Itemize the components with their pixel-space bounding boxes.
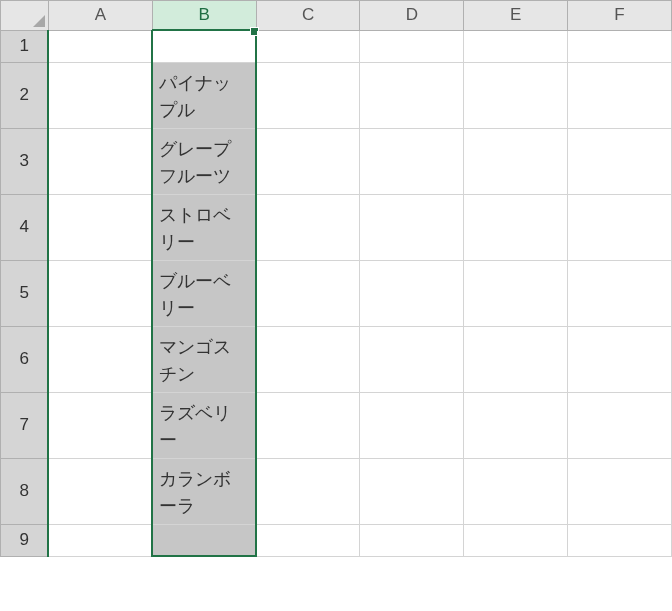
cell-F5[interactable] (568, 260, 672, 326)
row-9: 9 (1, 524, 672, 556)
row-5: 5 ブルーベリー (1, 260, 672, 326)
cell-E2[interactable] (464, 62, 568, 128)
cell-B2[interactable]: パイナップル (152, 62, 256, 128)
spreadsheet-grid[interactable]: A B C D E F 1 2 パイナップル 3 グレープフルーツ 4 ストロ (0, 0, 672, 557)
row-4: 4 ストロベリー (1, 194, 672, 260)
cell-A5[interactable] (48, 260, 152, 326)
cell-F7[interactable] (568, 392, 672, 458)
cell-B7[interactable]: ラズベリー (152, 392, 256, 458)
cell-E1[interactable] (464, 30, 568, 62)
cell-F3[interactable] (568, 128, 672, 194)
cell-A6[interactable] (48, 326, 152, 392)
cell-D2[interactable] (360, 62, 464, 128)
cell-F2[interactable] (568, 62, 672, 128)
select-all-corner[interactable] (1, 1, 49, 31)
cell-C1[interactable] (256, 30, 360, 62)
cell-D3[interactable] (360, 128, 464, 194)
cell-A3[interactable] (48, 128, 152, 194)
cell-E4[interactable] (464, 194, 568, 260)
cell-B5[interactable]: ブルーベリー (152, 260, 256, 326)
cell-A8[interactable] (48, 458, 152, 524)
cell-C8[interactable] (256, 458, 360, 524)
cell-C6[interactable] (256, 326, 360, 392)
cell-B9[interactable] (152, 524, 256, 556)
row-header-2[interactable]: 2 (1, 62, 49, 128)
cell-F4[interactable] (568, 194, 672, 260)
cell-D1[interactable] (360, 30, 464, 62)
cell-D7[interactable] (360, 392, 464, 458)
cell-E5[interactable] (464, 260, 568, 326)
cell-B3[interactable]: グレープフルーツ (152, 128, 256, 194)
cell-F8[interactable] (568, 458, 672, 524)
cell-B4[interactable]: ストロベリー (152, 194, 256, 260)
cell-A7[interactable] (48, 392, 152, 458)
cell-C5[interactable] (256, 260, 360, 326)
row-header-8[interactable]: 8 (1, 458, 49, 524)
row-8: 8 カランボーラ (1, 458, 672, 524)
cell-E3[interactable] (464, 128, 568, 194)
row-header-6[interactable]: 6 (1, 326, 49, 392)
cell-D4[interactable] (360, 194, 464, 260)
row-header-9[interactable]: 9 (1, 524, 49, 556)
row-header-1[interactable]: 1 (1, 30, 49, 62)
row-7: 7 ラズベリー (1, 392, 672, 458)
row-header-4[interactable]: 4 (1, 194, 49, 260)
cell-A2[interactable] (48, 62, 152, 128)
column-header-row: A B C D E F (1, 1, 672, 31)
row-header-5[interactable]: 5 (1, 260, 49, 326)
cell-A1[interactable] (48, 30, 152, 62)
cell-F1[interactable] (568, 30, 672, 62)
cell-C3[interactable] (256, 128, 360, 194)
cell-D8[interactable] (360, 458, 464, 524)
row-header-3[interactable]: 3 (1, 128, 49, 194)
row-3: 3 グレープフルーツ (1, 128, 672, 194)
row-header-7[interactable]: 7 (1, 392, 49, 458)
row-1: 1 (1, 30, 672, 62)
cell-C9[interactable] (256, 524, 360, 556)
cell-F9[interactable] (568, 524, 672, 556)
col-header-A[interactable]: A (48, 1, 152, 31)
cell-F6[interactable] (568, 326, 672, 392)
cell-E8[interactable] (464, 458, 568, 524)
col-header-E[interactable]: E (464, 1, 568, 31)
cell-D9[interactable] (360, 524, 464, 556)
cell-C4[interactable] (256, 194, 360, 260)
cell-E9[interactable] (464, 524, 568, 556)
cell-D6[interactable] (360, 326, 464, 392)
cell-E7[interactable] (464, 392, 568, 458)
col-header-B[interactable]: B (152, 1, 256, 31)
col-header-C[interactable]: C (256, 1, 360, 31)
col-header-D[interactable]: D (360, 1, 464, 31)
row-2: 2 パイナップル (1, 62, 672, 128)
cell-A9[interactable] (48, 524, 152, 556)
cell-B1[interactable] (152, 30, 256, 62)
cell-C2[interactable] (256, 62, 360, 128)
cell-D5[interactable] (360, 260, 464, 326)
row-6: 6 マンゴスチン (1, 326, 672, 392)
cell-B8[interactable]: カランボーラ (152, 458, 256, 524)
cell-E6[interactable] (464, 326, 568, 392)
cell-B6[interactable]: マンゴスチン (152, 326, 256, 392)
col-header-F[interactable]: F (568, 1, 672, 31)
cell-C7[interactable] (256, 392, 360, 458)
cell-A4[interactable] (48, 194, 152, 260)
